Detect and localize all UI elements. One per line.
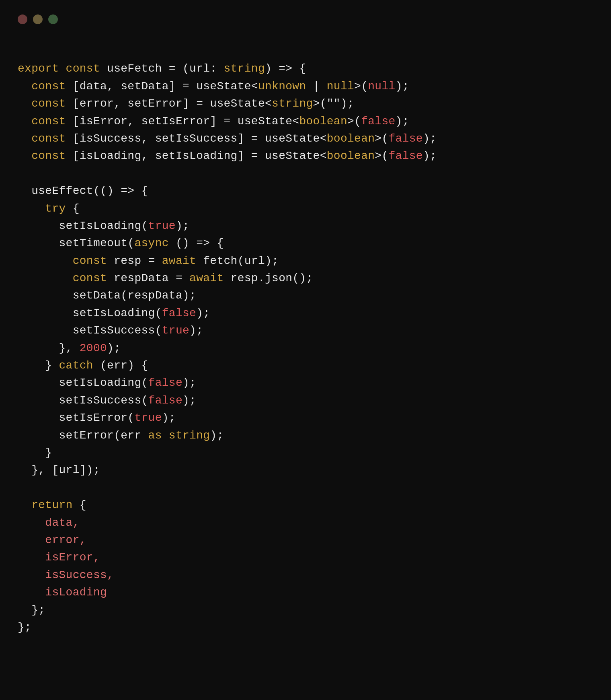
code-line-22: }	[18, 444, 611, 461]
code-line-18: setIsLoading(false);	[18, 374, 611, 391]
code-line-5: const [isSuccess, setIsSuccess] = useSta…	[18, 130, 611, 147]
code-line-31: };	[18, 619, 611, 636]
code-line-20: setIsError(true);	[18, 409, 611, 426]
code-line-21: setError(err as string);	[18, 427, 611, 444]
code-line-blank-1	[18, 43, 611, 60]
code-line-4: const [isError, setIsError] = useState<b…	[18, 113, 611, 130]
code-line-13: setData(respData);	[18, 287, 611, 304]
code-line-27: isError,	[18, 549, 611, 566]
code-line-16: }, 2000);	[18, 340, 611, 357]
traffic-lights	[0, 14, 611, 39]
code-line-15: setIsSuccess(true);	[18, 322, 611, 339]
code-line-blank-2	[18, 165, 611, 182]
code-line-12: const respData = await resp.json();	[18, 270, 611, 287]
code-line-6: const [isLoading, setIsLoading] = useSta…	[18, 147, 611, 165]
code-line-17: } catch (err) {	[18, 357, 611, 374]
code-line-2: const [data, setData] = useState<unknown…	[18, 78, 611, 95]
code-line-8: try {	[18, 200, 611, 217]
code-line-7: useEffect(() => {	[18, 182, 611, 200]
code-line-19: setIsSuccess(false);	[18, 392, 611, 409]
code-line-14: setIsLoading(false);	[18, 305, 611, 322]
maximize-button[interactable]	[48, 14, 58, 24]
code-line-3: const [error, setError] = useState<strin…	[18, 95, 611, 112]
code-line-29: isLoading	[18, 584, 611, 601]
code-line-1: export const useFetch = (url: string) =>…	[18, 60, 611, 77]
window: export const useFetch = (url: string) =>…	[0, 0, 611, 652]
code-editor: export const useFetch = (url: string) =>…	[0, 39, 611, 652]
code-line-28: isSuccess,	[18, 566, 611, 584]
code-line-30: };	[18, 601, 611, 619]
code-line-23: }, [url]);	[18, 461, 611, 479]
code-line-26: error,	[18, 531, 611, 549]
minimize-button[interactable]	[33, 14, 43, 24]
code-line-9: setIsLoading(true);	[18, 217, 611, 235]
code-line-24: return {	[18, 496, 611, 514]
close-button[interactable]	[18, 14, 27, 24]
code-line-blank-3	[18, 479, 611, 496]
code-line-11: const resp = await fetch(url);	[18, 252, 611, 270]
code-line-25: data,	[18, 514, 611, 531]
code-line-10: setTimeout(async () => {	[18, 235, 611, 252]
